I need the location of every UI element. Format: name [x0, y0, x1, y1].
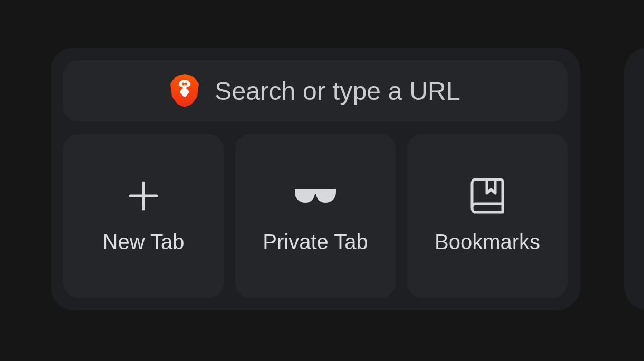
- search-bar[interactable]: Search or type a URL: [63, 60, 568, 121]
- bookmark-book-icon: [470, 178, 505, 213]
- bookmarks-label: Bookmarks: [435, 230, 540, 254]
- new-tab-button[interactable]: New Tab: [63, 134, 224, 298]
- sunglasses-icon: [294, 178, 337, 213]
- private-tab-button[interactable]: Private Tab: [235, 134, 396, 298]
- bookmarks-button[interactable]: Bookmarks: [407, 134, 568, 298]
- brave-logo-icon: [170, 74, 199, 107]
- adjacent-widget-peek: [624, 48, 644, 310]
- private-tab-label: Private Tab: [263, 230, 368, 254]
- search-placeholder-text: Search or type a URL: [215, 77, 460, 106]
- browser-widget: Search or type a URL New Tab Private Tab: [51, 48, 580, 310]
- new-tab-label: New Tab: [103, 230, 185, 254]
- shortcuts-row: New Tab Private Tab Bookmarks: [63, 134, 568, 298]
- plus-icon: [127, 178, 160, 213]
